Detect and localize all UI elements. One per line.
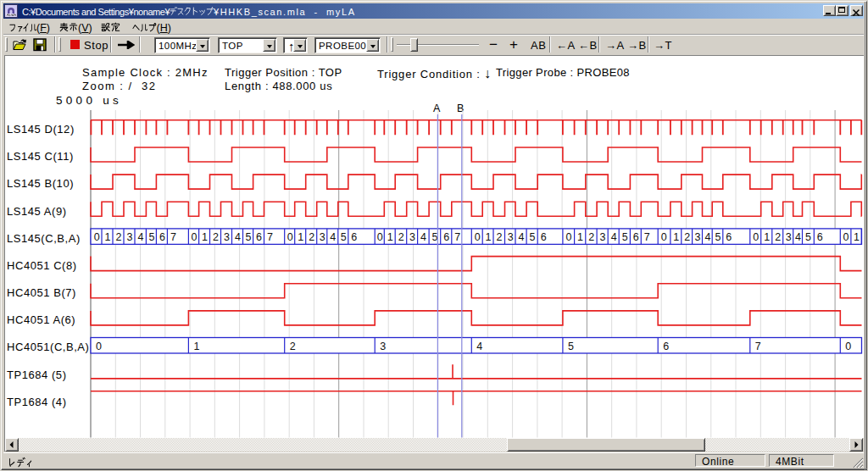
svg-text:3: 3: [380, 341, 386, 352]
svg-text:2: 2: [684, 231, 690, 243]
svg-text:5: 5: [246, 231, 252, 243]
svg-text:4: 4: [476, 341, 482, 352]
svg-text:0: 0: [377, 231, 383, 243]
svg-text:6: 6: [256, 231, 262, 243]
svg-text:5: 5: [148, 231, 154, 243]
svg-text:4: 4: [704, 231, 710, 243]
svg-text:0: 0: [192, 231, 198, 243]
svg-text:3: 3: [786, 231, 792, 243]
svg-text:6: 6: [726, 231, 732, 243]
svg-text:2: 2: [309, 231, 314, 243]
svg-text:1: 1: [105, 231, 111, 243]
svg-text:3: 3: [224, 231, 230, 243]
svg-text:2: 2: [588, 231, 594, 243]
svg-text:1: 1: [673, 231, 679, 243]
svg-text:4: 4: [420, 231, 426, 243]
svg-text:0: 0: [96, 341, 102, 352]
svg-text:5: 5: [341, 231, 347, 243]
svg-text:7: 7: [644, 231, 650, 243]
svg-text:6: 6: [351, 231, 357, 243]
svg-text:2: 2: [116, 231, 122, 243]
svg-text:1: 1: [193, 341, 199, 352]
svg-text:1: 1: [486, 231, 492, 243]
svg-text:2: 2: [398, 231, 404, 243]
svg-text:2: 2: [775, 231, 781, 243]
svg-text:0: 0: [845, 341, 851, 352]
svg-text:4: 4: [519, 231, 525, 243]
svg-text:0: 0: [661, 231, 667, 243]
svg-text:5: 5: [715, 231, 721, 243]
svg-text:7: 7: [755, 341, 761, 352]
svg-text:0: 0: [753, 231, 759, 243]
svg-text:1: 1: [854, 231, 860, 243]
svg-text:6: 6: [159, 231, 165, 243]
svg-text:1: 1: [202, 231, 208, 243]
svg-text:4: 4: [611, 231, 617, 243]
svg-text:5: 5: [805, 231, 811, 243]
svg-text:0: 0: [94, 231, 100, 243]
svg-text:2: 2: [497, 231, 503, 243]
svg-text:1: 1: [577, 231, 583, 243]
svg-text:6: 6: [817, 231, 823, 243]
svg-text:0: 0: [287, 231, 293, 243]
svg-text:5: 5: [568, 341, 574, 352]
svg-text:7: 7: [267, 231, 273, 243]
svg-text:3: 3: [320, 231, 326, 243]
svg-text:1: 1: [764, 231, 770, 243]
svg-text:2: 2: [213, 231, 219, 243]
svg-text:3: 3: [695, 231, 701, 243]
svg-text:3: 3: [508, 231, 514, 243]
svg-text:5: 5: [530, 231, 536, 243]
svg-text:4: 4: [138, 231, 144, 243]
svg-text:6: 6: [633, 231, 639, 243]
svg-text:6: 6: [443, 231, 449, 243]
svg-text:0: 0: [843, 231, 849, 243]
svg-text:7: 7: [170, 231, 176, 243]
svg-text:4: 4: [330, 231, 336, 243]
svg-text:3: 3: [127, 231, 133, 243]
svg-text:1: 1: [298, 231, 303, 243]
svg-text:0: 0: [475, 231, 481, 243]
svg-text:2: 2: [290, 341, 296, 352]
svg-text:6: 6: [541, 231, 547, 243]
svg-text:4: 4: [795, 231, 801, 243]
svg-text:3: 3: [600, 231, 606, 243]
svg-text:7: 7: [454, 231, 460, 243]
svg-text:5: 5: [622, 231, 628, 243]
svg-text:3: 3: [409, 231, 415, 243]
svg-text:0: 0: [565, 231, 571, 243]
svg-text:4: 4: [235, 231, 241, 243]
svg-text:6: 6: [663, 341, 669, 352]
svg-text:5: 5: [432, 231, 438, 243]
svg-text:1: 1: [387, 231, 393, 243]
